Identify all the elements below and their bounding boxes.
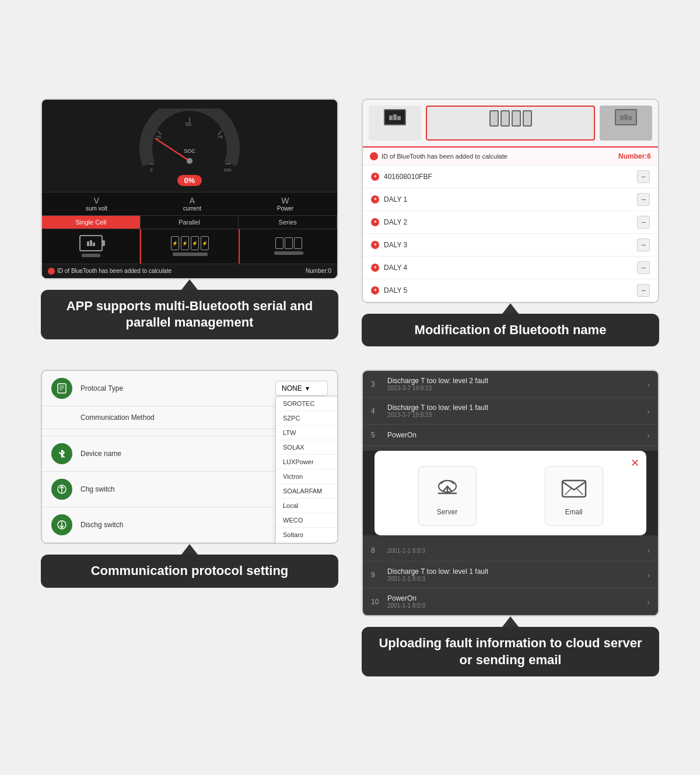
tab-single-cell[interactable]: Single Cell	[42, 216, 141, 229]
dropdown-item-sorotec[interactable]: SOROTEC	[276, 397, 338, 411]
power-icon: W	[277, 196, 293, 205]
page-container: 50 0 100 25 75 SOC 0%	[29, 81, 671, 695]
bt-dot-2: ✦	[371, 218, 379, 226]
server-option-btn[interactable]: Server	[418, 466, 477, 526]
tab-series[interactable]: Series	[239, 216, 337, 229]
item-title-5: PowerOn	[387, 431, 642, 439]
dropdown-item-victron[interactable]: Victron	[276, 469, 338, 484]
fault-item-4: 4 Discharge T too low: level 1 fault 202…	[363, 398, 658, 425]
bb3	[397, 116, 401, 120]
dropdown-item-szpc[interactable]: SZPC	[276, 411, 338, 426]
dropdown-item-soalarfam[interactable]: SOALARFAM	[276, 484, 338, 499]
item-num-9: 9	[371, 571, 383, 579]
item-content-8: 2001-1-1 8:0:3	[383, 548, 647, 554]
screen-fault-upload: 3 Discharge T too low: level 2 fault 202…	[362, 370, 659, 616]
protocol-dropdown-value: NONE	[282, 384, 302, 392]
p2-mini-3	[512, 110, 521, 127]
footer-number: Number:0	[306, 268, 331, 274]
item-content-3: Discharge T too low: level 2 fault 2023-…	[383, 377, 647, 391]
p2-number: Number:6	[618, 152, 651, 160]
battery-base	[82, 254, 100, 257]
p2-mini-2	[501, 110, 510, 127]
panel-bluetooth-management: 50 0 100 25 75 SOC 0%	[41, 99, 338, 347]
chevron-9: ›	[647, 570, 650, 580]
item-num-8: 8	[371, 546, 383, 555]
minus-btn-2[interactable]: −	[637, 216, 650, 229]
dropdown-item-ltw[interactable]: LTW	[276, 426, 338, 440]
modal-close-button[interactable]: ✕	[631, 457, 639, 469]
screen-comm-protocol: Protocal Type NONE ▾ SOROTEC SZPC LTW SO…	[41, 370, 338, 544]
batt-group-3	[600, 106, 652, 141]
series-base	[274, 251, 303, 255]
chg-icon	[51, 479, 72, 500]
item-left-0: ✦ 401608010FBF	[371, 173, 432, 181]
device-name-label: Device name	[80, 450, 279, 458]
item-date-9: 2001-1-1 8:0:3	[387, 576, 642, 582]
bt-dot-1: ✦	[371, 195, 379, 204]
batt-row-3	[603, 109, 649, 125]
p2-mini-4	[523, 110, 532, 127]
upload-modal: ✕	[374, 451, 646, 535]
big-batt-bars-3	[620, 114, 632, 120]
svg-line-4	[218, 131, 222, 135]
item-name-4: DALY 4	[384, 264, 407, 272]
chg-icon-svg	[57, 484, 67, 495]
caption-comm-protocol: Communication protocol setting	[41, 555, 338, 588]
bar1	[87, 241, 89, 246]
bt-dot-5: ✦	[371, 286, 379, 294]
minus-btn-3[interactable]: −	[637, 239, 650, 251]
chevron-10: ›	[647, 597, 650, 606]
list-item-5: ✦ DALY 5 −	[363, 279, 658, 302]
item-title-3: Discharge T too low: level 2 fault	[387, 377, 642, 385]
screen-bluetooth-management: 50 0 100 25 75 SOC 0%	[41, 99, 338, 279]
minus-btn-1[interactable]: −	[637, 193, 650, 206]
mini-batt-3: ⚡	[191, 236, 199, 250]
item-name-3: DALY 3	[384, 241, 407, 249]
item-name-1: DALY 1	[384, 195, 407, 204]
svg-text:50: 50	[186, 121, 191, 127]
minus-btn-5[interactable]: −	[637, 284, 650, 297]
dropdown-item-luxpower[interactable]: LUXPower	[276, 455, 338, 469]
item-left-2: ✦ DALY 2	[371, 218, 407, 226]
item-title-4: Discharge T too low: level 1 fault	[387, 404, 642, 412]
bt-icon	[48, 268, 55, 275]
minus-btn-0[interactable]: −	[637, 170, 650, 183]
server-icon-svg	[433, 476, 462, 499]
modal-options: Server	[384, 466, 637, 526]
item-left-1: ✦ DALY 1	[371, 195, 407, 204]
p2-list: ✦ 401608010FBF − ✦ DALY 1 −	[363, 166, 658, 302]
minus-btn-4[interactable]: −	[637, 261, 650, 274]
gauge-svg: 50 0 100 25 75 SOC	[137, 108, 242, 173]
bt-dot-4: ✦	[371, 264, 379, 272]
dropdown-item-local[interactable]: Local	[276, 499, 338, 513]
dropdown-chevron: ▾	[306, 384, 309, 392]
chg-switch-label: Chg switch	[80, 485, 299, 493]
chevron-5: ›	[647, 430, 650, 440]
dropdown-item-weco[interactable]: WECO	[276, 513, 338, 528]
batt-group-1	[369, 106, 421, 141]
footer-text: ID of BlueTooth has been added to calcul…	[57, 268, 172, 274]
bb3a	[620, 115, 624, 120]
tab-parallel[interactable]: Parallel	[141, 216, 239, 229]
battery-bars	[87, 240, 95, 246]
soc-badge: 0%	[177, 175, 202, 186]
dropdown-item-bsp[interactable]: BSP	[276, 542, 338, 544]
series-batt-1	[275, 237, 284, 249]
item-title-10: PowerOn	[387, 594, 642, 602]
bb3c	[628, 116, 632, 120]
item-name-2: DALY 2	[384, 218, 407, 226]
fault-item-10: 10 PowerOn 2001-1-1 8:0:0 ›	[363, 588, 658, 615]
email-option-btn[interactable]: Email	[545, 466, 603, 526]
item-num-4: 4	[371, 407, 383, 415]
dropdown-item-soltaro[interactable]: Soltaro	[276, 528, 338, 542]
modal-overlay: ✕	[363, 451, 658, 535]
current-icon: A	[183, 196, 201, 205]
dropdown-item-solax[interactable]: SOLAX	[276, 440, 338, 455]
chevron-3: ›	[647, 380, 650, 389]
dischg-icon-svg	[57, 520, 67, 530]
item-content-4: Discharge T too low: level 1 fault 2023-…	[383, 404, 647, 418]
protocol-dropdown-btn[interactable]: NONE ▾	[275, 381, 328, 396]
svg-text:0: 0	[150, 167, 153, 173]
caption-bluetooth-mgmt: APP supports multi-Bluetooth serial and …	[41, 290, 338, 339]
svg-point-11	[187, 158, 192, 164]
